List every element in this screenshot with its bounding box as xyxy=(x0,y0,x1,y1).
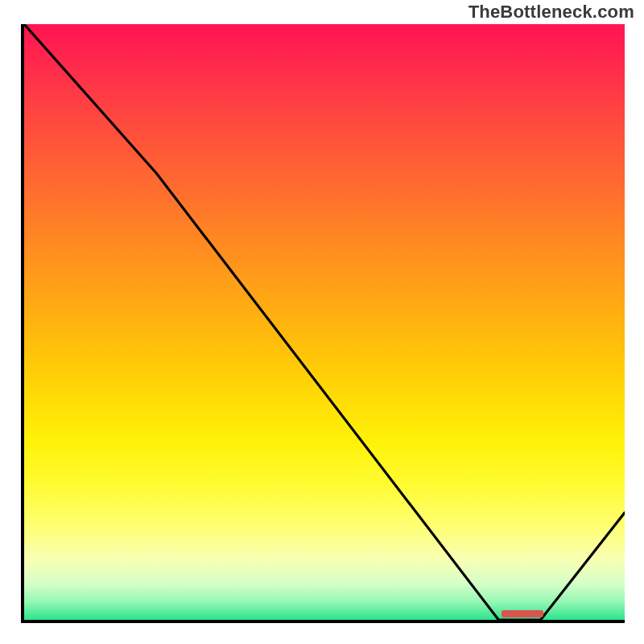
attribution-label: TheBottleneck.com xyxy=(469,2,634,23)
plot-area xyxy=(21,24,625,623)
chart-container: TheBottleneck.com xyxy=(0,0,644,644)
bottleneck-curve-path xyxy=(24,24,625,620)
optimal-range-marker xyxy=(502,610,544,617)
curve-svg xyxy=(24,24,625,620)
